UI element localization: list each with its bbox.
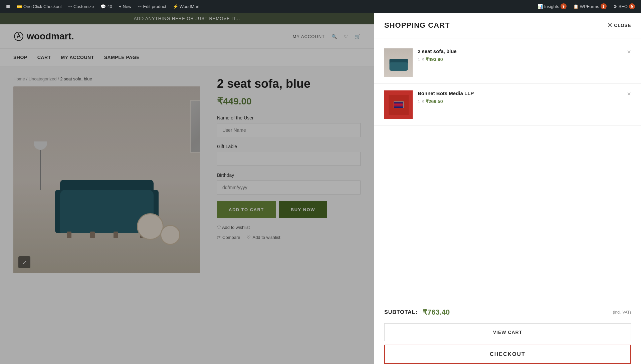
subtotal-row: SUBTOTAL: ₹763.40 (incl. VAT) bbox=[384, 308, 631, 317]
nav-sample-page[interactable]: SAMPLE PAGE bbox=[104, 52, 140, 63]
lamp-pole bbox=[40, 150, 41, 190]
subtotal-label: SUBTOTAL: bbox=[384, 309, 418, 315]
admin-woodmart[interactable]: ⚡ WoodMart bbox=[170, 0, 202, 13]
cart-item-info-2: Bonnet Bots Media LLP 1 × ₹269.50 bbox=[418, 90, 631, 104]
cart-item-remove-2[interactable]: × bbox=[627, 90, 631, 97]
breadcrumb: Home / Uncategorized / 2 seat sofa, blue bbox=[13, 76, 207, 81]
admin-seo[interactable]: ⚙ SEO 5 bbox=[611, 0, 638, 13]
cart-item-qty-1: 1 bbox=[418, 57, 420, 62]
nav-shop[interactable]: SHOP bbox=[13, 52, 27, 63]
cart-item-remove-1[interactable]: × bbox=[627, 48, 631, 55]
top-info-bar: ADD ANYTHING HERE OR JUST REMOVE IT... bbox=[0, 13, 374, 24]
top-bar-text: ADD ANYTHING HERE OR JUST REMOVE IT... bbox=[134, 16, 240, 21]
admin-new[interactable]: + New bbox=[116, 0, 134, 13]
header-icons: MY ACCOUNT 🔍 ♡ 🛒 bbox=[293, 34, 361, 39]
account-label: MY ACCOUNT bbox=[293, 34, 325, 39]
checkout-button[interactable]: CHECKOUT bbox=[384, 345, 631, 364]
admin-wpforms[interactable]: 📋 WPForms 1 bbox=[571, 0, 609, 13]
cart-item: Bonnet Bots Media LLP 1 × ₹269.50 × bbox=[374, 84, 641, 126]
product-price: ₹449.00 bbox=[217, 96, 361, 107]
cart-header: SHOPPING CART ✕ CLOSE bbox=[374, 13, 641, 38]
cart-item-price-2: 1 × ₹269.50 bbox=[418, 99, 631, 104]
seo-badge: 5 bbox=[629, 3, 635, 9]
nav-my-account[interactable]: MY ACCOUNT bbox=[61, 52, 94, 63]
cart-title: SHOPPING CART bbox=[384, 21, 450, 30]
admin-one-click-checkout[interactable]: 💳 One Click Checkout bbox=[14, 0, 64, 13]
close-label: CLOSE bbox=[614, 23, 631, 28]
field-input-birthday[interactable] bbox=[217, 180, 361, 195]
add-to-cart-button[interactable]: ADD TO CART bbox=[217, 201, 276, 218]
product-main-image: ⤢ bbox=[13, 86, 200, 273]
cart-item-times-1: × bbox=[422, 57, 426, 62]
cart-item-qty-2: 1 bbox=[418, 99, 420, 104]
wishlist-button[interactable]: ♡ bbox=[344, 34, 348, 39]
heart-icon-small: ♡ bbox=[247, 235, 251, 240]
cart-icon: 🛒 bbox=[355, 34, 361, 39]
cart-item-image-2 bbox=[384, 90, 413, 119]
field-label-name: Name of the User bbox=[217, 115, 361, 120]
product-actions: ⇄ Compare ♡ Add to wishlist bbox=[217, 235, 361, 240]
field-group-birthday: Birthday bbox=[217, 172, 361, 195]
admin-edit-product[interactable]: ✏ Edit product bbox=[135, 0, 169, 13]
product-area: Home / Uncategorized / 2 seat sofa, blue bbox=[0, 66, 374, 283]
sofa-leg-1 bbox=[67, 232, 71, 238]
lamp-decoration bbox=[40, 150, 47, 190]
subtotal-amount: ₹763.40 bbox=[423, 308, 450, 317]
cart-close-button[interactable]: ✕ CLOSE bbox=[607, 22, 631, 29]
zoom-icon: ⤢ bbox=[22, 259, 27, 266]
sofa-thumbnail bbox=[384, 48, 413, 77]
field-group-name: Name of the User bbox=[217, 115, 361, 137]
close-x-icon: ✕ bbox=[607, 22, 613, 29]
nav-cart[interactable]: CART bbox=[37, 52, 51, 63]
search-button[interactable]: 🔍 bbox=[332, 34, 337, 39]
field-input-gift[interactable] bbox=[217, 152, 361, 166]
subtotal-vat: (incl. VAT) bbox=[613, 310, 631, 315]
product-details: 2 seat sofa, blue ₹449.00 Name of the Us… bbox=[207, 76, 361, 273]
cart-items-list: 2 seat sofa, blue 1 × ₹493.90 × bbox=[374, 38, 641, 301]
site-navigation: SHOP CART MY ACCOUNT SAMPLE PAGE bbox=[0, 49, 374, 66]
logo-icon bbox=[13, 31, 24, 42]
heart-icon: ♡ bbox=[217, 225, 222, 230]
breadcrumb-category[interactable]: Uncategorized bbox=[29, 76, 57, 81]
bonnet-flag bbox=[394, 101, 404, 108]
cart-sidebar: SHOPPING CART ✕ CLOSE 2 seat sofa, blue bbox=[374, 13, 641, 364]
buy-now-button[interactable]: BUY NOW bbox=[279, 201, 327, 218]
zoom-button[interactable]: ⤢ bbox=[18, 256, 30, 268]
comment-icon: 💬 bbox=[100, 4, 106, 9]
side-table-small bbox=[160, 225, 180, 245]
view-cart-button[interactable]: VIEW CART bbox=[384, 323, 631, 341]
heart-icon: ♡ bbox=[344, 34, 348, 39]
pencil-icon: ✏ bbox=[68, 4, 72, 9]
cart-icon: 💳 bbox=[17, 4, 22, 9]
cart-item-price-1: 1 × ₹493.90 bbox=[418, 57, 631, 62]
cart-item-name-1: 2 seat sofa, blue bbox=[418, 48, 631, 54]
admin-bar: ■ 💳 One Click Checkout ✏ Customize 💬 40 … bbox=[0, 0, 641, 13]
bonnet-inner bbox=[389, 95, 409, 115]
breadcrumb-home[interactable]: Home bbox=[13, 76, 25, 81]
add-to-wishlist-link[interactable]: ♡ Add to wishlist bbox=[217, 225, 361, 230]
wp-logo-icon[interactable]: ■ bbox=[3, 0, 13, 13]
compare-icon: ⇄ bbox=[217, 235, 221, 240]
admin-customize[interactable]: ✏ Customize bbox=[66, 0, 96, 13]
cart-item-image-1 bbox=[384, 48, 413, 77]
woodmart-icon: ⚡ bbox=[173, 4, 178, 9]
side-table-round bbox=[137, 213, 164, 240]
wpforms-badge: 1 bbox=[601, 3, 607, 9]
cart-button[interactable]: 🛒 bbox=[355, 34, 361, 39]
admin-comments[interactable]: 💬 40 bbox=[98, 0, 115, 13]
plus-icon: + bbox=[119, 4, 122, 9]
field-input-name[interactable] bbox=[217, 123, 361, 137]
cart-item-amount-2: ₹269.50 bbox=[426, 99, 443, 104]
compare-button[interactable]: ⇄ Compare bbox=[217, 235, 240, 240]
thumb-sofa-body bbox=[389, 62, 408, 71]
my-account-link[interactable]: MY ACCOUNT bbox=[293, 34, 325, 39]
site-logo[interactable]: woodmart. bbox=[13, 31, 74, 42]
product-buttons: ADD TO CART BUY NOW bbox=[217, 201, 361, 218]
site-wrapper: ADD ANYTHING HERE OR JUST REMOVE IT... w… bbox=[0, 13, 641, 364]
wishlist-button[interactable]: ♡ Add to wishlist bbox=[247, 235, 280, 240]
admin-insights[interactable]: 📊 Insights 9 bbox=[535, 0, 569, 13]
product-title: 2 seat sofa, blue bbox=[217, 76, 361, 91]
field-label-gift: Gift Lable bbox=[217, 144, 361, 149]
wpforms-icon: 📋 bbox=[573, 4, 579, 9]
content-area: ADD ANYTHING HERE OR JUST REMOVE IT... w… bbox=[0, 13, 374, 364]
